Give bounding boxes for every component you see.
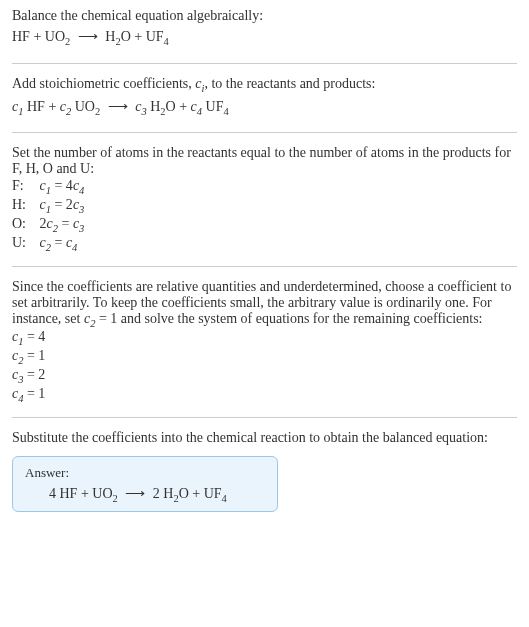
product-h2o: H2O — [105, 29, 131, 44]
atom-row-o: O: 2c2 = c3 — [12, 216, 517, 234]
reactant-uo2: UO2 — [92, 486, 117, 501]
answer-label: Answer: — [25, 465, 265, 481]
product-uf4: UF4 — [146, 29, 169, 44]
atoms-intro: Set the number of atoms in the reactants… — [12, 145, 517, 177]
intro-text: Balance the chemical equation algebraica… — [12, 8, 517, 24]
reactant-hf: HF — [60, 486, 78, 501]
solved-c3: c3 = 2 — [12, 367, 517, 385]
coeff-equation: c1 HF + c2 UO2 ⟶ c3 H2O + c4 UF4 — [12, 98, 517, 117]
solved-c1: c1 = 4 — [12, 329, 517, 347]
substitute-text: Substitute the coefficients into the che… — [12, 430, 517, 446]
atom-row-u: U: c2 = c4 — [12, 235, 517, 253]
choose-text: Since the coefficients are relative quan… — [12, 279, 517, 329]
arrow-icon: ⟶ — [108, 98, 128, 115]
reactant-uo2: UO2 — [45, 29, 70, 44]
product-uf4: UF4 — [204, 486, 227, 501]
atom-label-h: H: — [12, 197, 36, 213]
unbalanced-equation: HF + UO2 ⟶ H2O + UF4 — [12, 28, 517, 47]
intro-section: Balance the chemical equation algebraica… — [12, 8, 517, 64]
solved-c4: c4 = 1 — [12, 386, 517, 404]
atom-label-o: O: — [12, 216, 36, 232]
arrow-icon: ⟶ — [78, 28, 98, 45]
atom-row-h: H: c1 = 2c3 — [12, 197, 517, 215]
atom-row-f: F: c1 = 4c4 — [12, 178, 517, 196]
plus-sign: + — [134, 29, 145, 44]
coefficients-section: Add stoichiometric coefficients, ci, to … — [12, 76, 517, 134]
solve-section: Since the coefficients are relative quan… — [12, 279, 517, 418]
arrow-icon: ⟶ — [125, 485, 145, 502]
atom-balance-section: Set the number of atoms in the reactants… — [12, 145, 517, 266]
coeffs-intro: Add stoichiometric coefficients, ci, to … — [12, 76, 517, 94]
product-h2o: H2O — [163, 486, 189, 501]
balanced-equation: 4 HF + UO2 ⟶ 2 H2O + UF4 — [49, 485, 265, 504]
atom-label-f: F: — [12, 178, 36, 194]
solved-c2: c2 = 1 — [12, 348, 517, 366]
reactant-hf: HF — [12, 29, 30, 44]
atom-label-u: U: — [12, 235, 36, 251]
answer-section: Substitute the coefficients into the che… — [12, 430, 517, 513]
plus-sign: + — [33, 29, 44, 44]
answer-box: Answer: 4 HF + UO2 ⟶ 2 H2O + UF4 — [12, 456, 278, 513]
